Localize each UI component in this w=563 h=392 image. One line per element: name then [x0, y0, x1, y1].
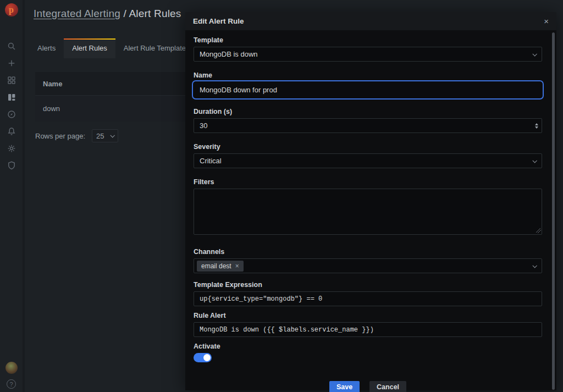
close-icon[interactable]: × [544, 17, 549, 25]
modal-body: Template MongoDB is down Name Duration (… [185, 30, 556, 392]
rule-name-cell: down [43, 104, 60, 113]
template-expression-label: Template Expression [194, 281, 542, 289]
template-expression-input[interactable] [194, 291, 542, 306]
breadcrumb-separator: / [120, 8, 129, 19]
tab-alert-rules[interactable]: Alert Rules [64, 38, 115, 58]
breadcrumb-current: Alert Rules [129, 8, 181, 19]
tab-alerts[interactable]: Alerts [29, 38, 64, 58]
channel-chip-label: email dest [201, 262, 231, 270]
rule-alert-input[interactable] [194, 322, 542, 337]
name-field-group: Name [194, 71, 542, 98]
breadcrumb-integrated-alerting[interactable]: Integrated Alerting [34, 8, 120, 19]
alerting-bell-icon[interactable] [0, 123, 24, 140]
filters-label: Filters [194, 178, 542, 186]
modal-scrollbar[interactable] [552, 32, 555, 390]
chevron-down-icon [532, 263, 537, 268]
severity-select[interactable]: Critical [194, 153, 542, 168]
sidebar-icons [0, 37, 24, 174]
percona-logo-icon[interactable]: p [5, 3, 18, 16]
rows-per-page-label: Rows per page: [35, 132, 85, 140]
security-shield-icon[interactable] [0, 157, 24, 174]
severity-select-value: Critical [200, 157, 222, 165]
template-expression-field-group: Template Expression [194, 281, 542, 306]
channels-field-group: Channels email dest × [194, 248, 542, 273]
channels-label: Channels [194, 248, 542, 256]
page-size-select[interactable]: 25 [92, 129, 118, 142]
activate-label: Activate [194, 343, 542, 350]
name-input[interactable] [194, 82, 542, 98]
settings-gear-icon[interactable] [0, 140, 24, 157]
modal-actions: Save Cancel [194, 381, 542, 392]
template-label: Template [194, 36, 542, 44]
rule-alert-field-group: Rule Alert [194, 312, 542, 337]
cancel-button[interactable]: Cancel [369, 381, 406, 392]
help-icon[interactable]: ? [7, 379, 16, 389]
modal-header: Edit Alert Rule × [185, 12, 556, 30]
save-button[interactable]: Save [329, 381, 360, 392]
template-select-value: MongoDB is down [200, 50, 258, 58]
template-select[interactable]: MongoDB is down [194, 47, 542, 62]
explore-compass-icon[interactable] [0, 106, 24, 123]
channels-select[interactable]: email dest × [194, 258, 542, 273]
filters-textarea[interactable] [194, 189, 542, 235]
edit-alert-rule-modal: Edit Alert Rule × Template MongoDB is do… [185, 12, 556, 390]
channel-chip: email dest × [197, 261, 244, 272]
duration-field-group: Duration (s) [194, 108, 542, 133]
page-size-value: 25 [96, 132, 104, 140]
duration-label: Duration (s) [194, 108, 542, 115]
duration-input[interactable] [194, 118, 542, 133]
activate-toggle[interactable] [194, 353, 212, 362]
filters-field-group: Filters [194, 178, 542, 235]
number-stepper-icon[interactable] [535, 118, 538, 133]
name-label: Name [194, 71, 542, 79]
template-field-group: Template MongoDB is down [194, 36, 542, 62]
severity-label: Severity [194, 143, 542, 151]
sidebar: p ? [0, 0, 25, 392]
chip-remove-icon[interactable]: × [235, 263, 239, 269]
chevron-down-icon [532, 158, 537, 163]
search-icon[interactable] [0, 37, 24, 54]
activate-field-group: Activate [194, 343, 542, 362]
create-plus-icon[interactable] [0, 54, 24, 71]
user-avatar[interactable] [5, 362, 18, 374]
severity-field-group: Severity Critical [194, 143, 542, 168]
integrated-alerting-icon[interactable] [0, 89, 24, 106]
modal-title: Edit Alert Rule [193, 17, 244, 25]
dashboards-icon[interactable] [0, 71, 24, 89]
chevron-down-icon [111, 133, 115, 137]
rule-alert-label: Rule Alert [194, 312, 542, 319]
chevron-down-icon [532, 52, 537, 56]
sidebar-bottom: ? [5, 362, 18, 389]
